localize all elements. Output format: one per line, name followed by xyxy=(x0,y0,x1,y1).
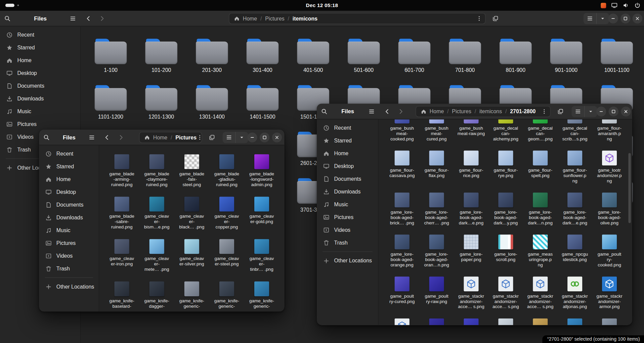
path-menu-icon[interactable] xyxy=(541,108,547,114)
file-item[interactable]: game_lore- book-aged- orange.png xyxy=(386,234,419,276)
search-button[interactable] xyxy=(40,131,53,143)
breadcrumb-2[interactable]: itemicons xyxy=(293,15,317,21)
activities-indicator[interactable] xyxy=(5,4,14,7)
file-item[interactable]: game_cleav er- bism…e.png xyxy=(140,197,173,239)
minimize-button[interactable] xyxy=(596,106,606,116)
sidebar-item-downloads[interactable]: Downloads xyxy=(42,211,96,224)
sidebar-item-recent[interactable]: Recent xyxy=(320,121,375,134)
close-button[interactable] xyxy=(633,13,642,23)
file-item[interactable]: game_lore- paper.png xyxy=(455,234,488,276)
forward-button[interactable] xyxy=(96,12,108,25)
file-item[interactable]: game_stackr andomizer- acce… s.png xyxy=(524,276,557,318)
file-item[interactable]: game_poult ry- cooked.png xyxy=(593,234,626,276)
file-item[interactable]: game_flour- spelt.png xyxy=(524,151,557,192)
file-item[interactable]: game_cleav er- copper.png xyxy=(210,197,243,239)
folder[interactable]: 101-200 xyxy=(141,39,181,73)
file-item[interactable]: game_poult ry-cured.png xyxy=(386,276,419,318)
file-item[interactable]: game_flour- rice.png xyxy=(455,151,488,192)
file-item[interactable]: game_lore- book-aged- olive.png xyxy=(593,192,626,234)
file-item[interactable]: game_lore- scroll.png xyxy=(489,234,522,276)
menu-button[interactable] xyxy=(366,105,378,118)
path-menu-icon[interactable] xyxy=(476,15,482,21)
sidebar-item-music[interactable]: Music xyxy=(3,105,78,118)
new-tab-button[interactable] xyxy=(489,12,502,25)
breadcrumb-0[interactable]: Home xyxy=(153,134,167,140)
sidebar-item-desktop[interactable]: Desktop xyxy=(42,185,96,198)
breadcrumb-1[interactable]: Pictures xyxy=(265,15,285,21)
view-options-button[interactable] xyxy=(596,13,609,24)
sidebar-item-pictures[interactable]: Pictures xyxy=(3,118,78,130)
sidebar-item-recent[interactable]: Recent xyxy=(42,147,96,160)
breadcrumb-2[interactable]: itemicons xyxy=(479,108,502,114)
file-item[interactable]: game_blade -gladius- ruined.png xyxy=(210,154,243,197)
folder[interactable]: 1301-1400 xyxy=(192,85,232,120)
sidebar-item-other-locations[interactable]: Other Locations xyxy=(320,254,375,267)
maximize-button[interactable] xyxy=(260,132,269,142)
sidebar-item-documents[interactable]: Documents xyxy=(3,79,78,92)
file-item[interactable] xyxy=(593,318,626,325)
breadcrumb-3[interactable]: 2701-2800 xyxy=(510,108,535,114)
file-item[interactable]: game_meas uringrope.p ng xyxy=(524,234,557,276)
file-item[interactable] xyxy=(489,318,522,325)
sidebar-item-starred[interactable]: Starred xyxy=(3,41,78,54)
file-item[interactable]: game_knife- baselard- xyxy=(105,282,138,311)
maximize-button[interactable] xyxy=(620,13,630,23)
sidebar-item-music[interactable]: Music xyxy=(42,224,96,237)
menu-button[interactable] xyxy=(67,12,79,25)
sidebar-item-downloads[interactable]: Downloads xyxy=(320,185,375,198)
sidebar-item-pictures[interactable]: Pictures xyxy=(320,211,375,223)
file-item[interactable]: game_stackr andomizer- armor.png xyxy=(593,276,626,318)
folder[interactable]: 1201-1300 xyxy=(141,85,181,120)
menu-button[interactable] xyxy=(86,131,98,143)
file-item[interactable]: game_flour- flax.png xyxy=(420,151,453,192)
folder[interactable]: 801-900 xyxy=(496,39,535,73)
file-item[interactable]: game_blade -falx- steel.png xyxy=(175,154,208,197)
folder[interactable]: 901-1000 xyxy=(547,39,586,73)
file-item[interactable]: game_blade -arming- ruined.png xyxy=(105,154,138,197)
sidebar-item-documents[interactable]: Documents xyxy=(42,198,96,211)
sidebar-item-home[interactable]: Home xyxy=(320,147,375,160)
file-item[interactable]: game_blade -longsword- admin.png xyxy=(245,154,278,197)
file-item[interactable]: game_decal can- geom….png xyxy=(524,119,557,151)
search-button[interactable] xyxy=(1,12,14,25)
view-options-button[interactable] xyxy=(235,132,248,143)
file-item[interactable]: game_flour- cassava.png xyxy=(386,151,419,192)
file-item[interactable]: game_flour- amaranth.p ng xyxy=(593,119,626,151)
file-item[interactable] xyxy=(558,318,591,325)
sidebar-item-trash[interactable]: Trash xyxy=(42,262,96,275)
folder[interactable]: 1101-1200 xyxy=(91,85,131,120)
folder[interactable]: 501-600 xyxy=(344,39,384,73)
new-tab-button[interactable] xyxy=(206,131,218,143)
sidebar-item-desktop[interactable]: Desktop xyxy=(3,67,78,79)
sidebar-item-desktop[interactable]: Desktop xyxy=(320,160,375,172)
breadcrumb-0[interactable]: Home xyxy=(243,15,257,21)
file-item[interactable]: game_bush meat-raw.png xyxy=(455,119,488,151)
file-item[interactable]: game_lore- book-aged- brick… .png xyxy=(386,192,419,234)
file-item[interactable]: game_cleav er-silver.png xyxy=(175,239,208,282)
sidebar-item-recent[interactable]: Recent xyxy=(3,29,78,41)
close-button[interactable] xyxy=(272,132,282,142)
sidebar-item-home[interactable]: Home xyxy=(3,54,78,67)
file-item[interactable]: game_decal can- scrib…s.png xyxy=(558,119,591,151)
volume-icon[interactable] xyxy=(622,2,629,9)
power-icon[interactable] xyxy=(634,2,641,9)
file-item[interactable]: game_knife- generic- xyxy=(175,282,208,311)
minimize-button[interactable] xyxy=(247,132,257,142)
clock-button[interactable]: Dec 12 05:18 xyxy=(306,2,338,8)
folder[interactable]: 301-400 xyxy=(243,39,283,73)
folder[interactable]: 1-100 xyxy=(91,39,131,73)
sidebar-item-videos[interactable]: Videos xyxy=(320,223,375,236)
file-item[interactable]: game_lootr andomizer.p ng xyxy=(593,151,626,192)
file-item[interactable]: game_npcgu idestick.png xyxy=(558,234,591,276)
file-item[interactable]: game_lore- book-aged- dark…e.png xyxy=(455,192,488,234)
sidebar-item-other-locations[interactable]: Other Locations xyxy=(42,280,96,293)
file-item[interactable]: game_stackr andomizer- alljonas.png xyxy=(558,276,591,318)
folder[interactable]: 1001-1100 xyxy=(597,39,637,73)
view-list-button[interactable] xyxy=(584,13,596,24)
back-button[interactable] xyxy=(381,105,393,118)
folder[interactable]: 701-800 xyxy=(445,39,485,73)
file-item[interactable]: game_flour- sunflower.p ng xyxy=(558,151,591,192)
minimize-button[interactable] xyxy=(608,13,618,23)
sidebar-item-starred[interactable]: Starred xyxy=(42,160,96,173)
sidebar-item-videos[interactable]: Videos xyxy=(42,249,96,262)
